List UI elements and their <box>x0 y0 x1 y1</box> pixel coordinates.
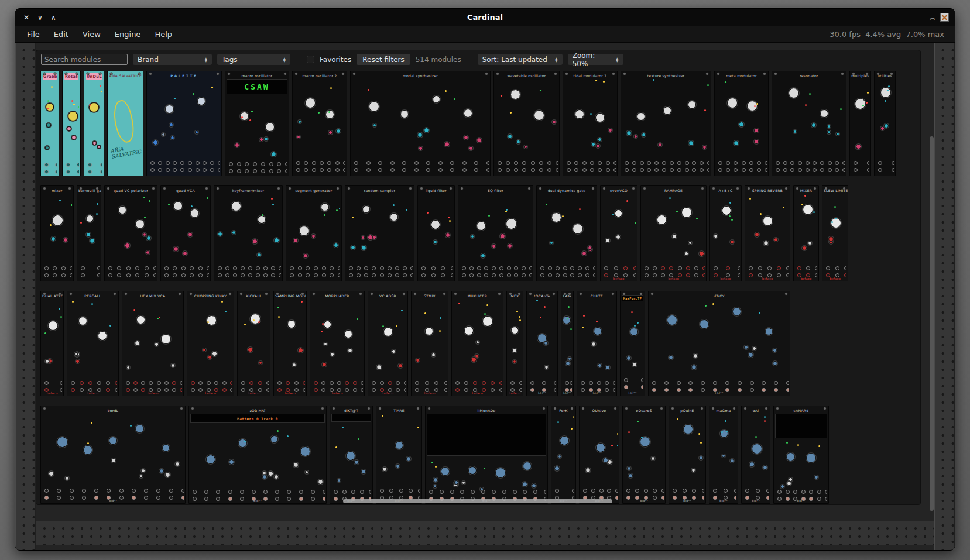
module-card-rampage[interactable]: RAMPAGEbefaco <box>640 185 707 281</box>
module-card-edsaros[interactable]: eDsaroSbId°° <box>622 406 666 504</box>
broken-image-icon[interactable] <box>940 13 949 22</box>
menu-edit[interactable]: Edit <box>48 28 74 40</box>
module-card-dual-attenuverter[interactable]: DUAL ATTENUVERTERbefaco <box>40 291 64 396</box>
brand-logo: bId°° <box>527 391 557 395</box>
module-card-late[interactable]: LATebId°° <box>561 291 574 396</box>
module-card-evenvco[interactable]: evenVCObefaco <box>600 185 637 281</box>
module-card-palette[interactable]: PALETTE <box>146 71 222 176</box>
module-card-quad-vc-polarizer[interactable]: quad VC-polarizer <box>104 185 157 281</box>
jack-icon <box>271 266 275 270</box>
menu-help[interactable]: Help <box>149 28 178 40</box>
module-card-tiare[interactable]: TiAREbId°° <box>376 406 422 504</box>
module-card-vc-adsr[interactable]: VC ADSRbefaco <box>368 291 408 396</box>
module-card-utilities[interactable]: utilities <box>874 71 896 176</box>
module-card-zo-ma[interactable]: zOù MAïPattern 0 Track 0bId°° <box>188 406 327 504</box>
module-card-texture-synthesizer[interactable]: texture synthesizer <box>621 71 711 176</box>
menu-file[interactable]: File <box>21 28 46 40</box>
knob-icon <box>855 98 866 109</box>
module-card-dual-dynamics-gate[interactable]: dual dynamics gate <box>536 185 597 281</box>
module-card-stmix[interactable]: STMIXbefaco <box>411 291 448 396</box>
module-card-mex[interactable]: MEXbefaco <box>506 291 523 396</box>
module-card-eq-filter[interactable]: EQ filter <box>458 185 533 281</box>
module-card-bordl[interactable]: bordLbId°° <box>40 406 186 504</box>
module-card-mixer[interactable]: mixer <box>40 185 74 281</box>
close-icon[interactable]: ✕ <box>23 14 29 21</box>
search-input[interactable] <box>41 54 128 65</box>
module-card-macro-oscillator-2[interactable]: macro oscillator 2 <box>292 71 347 176</box>
jack-icon <box>372 266 376 270</box>
jack-icon <box>725 381 729 385</box>
module-card-fork[interactable]: ForKbId°° <box>551 406 576 504</box>
module-panel-art <box>622 79 709 174</box>
module-card-ouaive[interactable]: OUAIvebId°° <box>579 406 619 504</box>
knob-icon <box>598 138 602 142</box>
knob-icon <box>361 236 365 239</box>
module-card-multiples[interactable]: multiples <box>849 71 871 176</box>
module-card-ndular[interactable]: ÛnDuLaR <box>84 71 104 176</box>
knob-icon <box>321 203 329 211</box>
zoom-select[interactable]: Zoom: 50% ▲▼ <box>568 54 623 65</box>
tags-select[interactable]: Tags ▲▼ <box>217 54 290 65</box>
chevron-up-icon[interactable]: ∧ <box>51 14 56 21</box>
module-card-canard[interactable]: cANARdbId°° <box>773 406 829 504</box>
module-card-hex-mix-vca[interactable]: HEX MIX VCAbefaco <box>122 291 184 396</box>
sort-select[interactable]: Sort: Last updated ▲▼ <box>478 54 563 65</box>
module-card-chute[interactable]: ChUTEbId°° <box>577 291 617 396</box>
module-card-tidal-modulator-2[interactable]: tidal modulator 2 <box>563 71 618 176</box>
module-card-unnamed[interactable]: MaxFun.TFbId°° <box>620 291 645 396</box>
collapse-chevrons-icon[interactable]: ︽ <box>930 16 935 19</box>
module-card-slew-limiter[interactable]: SLEW LIMITERbefaco <box>822 185 848 281</box>
module-card-magma[interactable]: maGmabId°° <box>709 406 738 504</box>
brand-select[interactable]: Brand ▲▼ <box>133 54 212 65</box>
reset-filters-button[interactable]: Reset filters <box>357 54 410 65</box>
module-card-mixer[interactable]: MIXERbefaco <box>793 185 819 281</box>
module-panel-art <box>188 299 232 394</box>
module-card-random-sampler[interactable]: random sampler <box>345 185 414 281</box>
module-card-aria-salvatrice[interactable]: ARiA SALVATRiCEARiA SALVATRiCE <box>107 71 143 176</box>
module-card-modal-synthesizer[interactable]: modal synthesizer <box>350 71 491 176</box>
module-card-spring-reverb[interactable]: SPRING REVERBbefaco <box>745 185 790 281</box>
module-card-muxlicer[interactable]: MUXLICERbefaco <box>451 291 503 396</box>
module-card-macro-oscillator[interactable]: macro oscillatorCSAW <box>225 71 289 176</box>
module-card-percall[interactable]: PERCALLbefaco <box>67 291 119 396</box>
module-card-keyframer-mixer[interactable]: keyframer/mixer <box>214 185 283 281</box>
jack-icon <box>180 161 184 165</box>
menu-engine[interactable]: Engine <box>109 28 147 40</box>
module-card-bernoulli-gate[interactable]: bernoulli gate <box>77 185 101 281</box>
module-card-oai[interactable]: oAibId°° <box>741 406 770 504</box>
module-card-wavetable-oscillator[interactable]: wavetable oscillator <box>493 71 560 176</box>
module-card-sampling-modulator[interactable]: SAMPLING MODULATORbefaco <box>273 291 307 396</box>
module-card-morphader[interactable]: MORPHADERbefaco <box>310 291 365 396</box>
module-card-quad-vca[interactable]: quad VCA <box>160 185 211 281</box>
module-card-resonator[interactable]: resonator <box>772 71 846 176</box>
module-card-liquid-filter[interactable]: liquid filter <box>417 185 455 281</box>
horizontal-scrollbar[interactable] <box>343 499 612 503</box>
menu-view[interactable]: View <box>77 28 107 40</box>
led-icon <box>287 435 289 437</box>
module-card-dtroy[interactable]: dTrOYbId°° <box>648 291 790 396</box>
module-card-grabby[interactable]: Grabby <box>40 71 59 176</box>
module-card-chopping-kinky[interactable]: CHOPPING KINKYbefaco <box>187 291 234 396</box>
knob-icon <box>57 437 68 448</box>
favorites-label[interactable]: Favorites <box>320 56 351 64</box>
vertical-scrollbar[interactable] <box>930 136 934 511</box>
chevron-down-icon[interactable]: ∨ <box>37 14 43 21</box>
screw-icon <box>564 293 566 295</box>
module-card-a-b-c[interactable]: A+B+Cbefaco <box>709 185 742 281</box>
jack-icon <box>304 168 308 172</box>
module-card-segment-generator[interactable]: segment generator <box>286 185 342 281</box>
module-card-rotatoes[interactable]: Rotatoes <box>62 71 81 176</box>
knob-icon <box>811 123 816 128</box>
module-card-poulne[interactable]: pOulnEbId°° <box>669 406 706 504</box>
module-title: ARiA SALVATRiCE <box>108 71 143 78</box>
title-bar: ✕ ∨ ∧ Cardinal ︽ <box>15 9 955 26</box>
module-card-tocante[interactable]: tOCAnTebId°° <box>526 291 558 396</box>
favorites-checkbox[interactable] <box>307 56 314 63</box>
jack-icon <box>77 163 79 167</box>
module-card-kickall[interactable]: KICKALLbefaco <box>237 291 270 396</box>
module-card-dikt-t[interactable]: dIKT@TbId°° <box>330 406 373 504</box>
jack-icon <box>707 168 709 172</box>
module-card-limonade[interactable]: lIMonADebId°° <box>425 406 548 504</box>
jack-icon <box>756 489 760 493</box>
module-card-meta-modulator[interactable]: meta modulator <box>714 71 769 176</box>
